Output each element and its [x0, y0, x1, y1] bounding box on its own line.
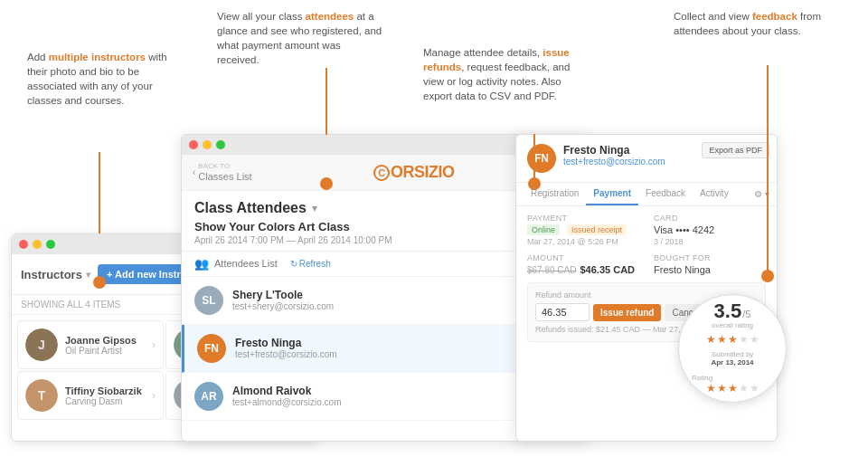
feedback-stars: ★ ★ ★ ★ ★ [706, 333, 760, 346]
instructors-dropdown[interactable]: Instructors ▾ [21, 268, 90, 281]
star2-5: ★ [750, 382, 760, 395]
payment-method-label: Payment [527, 214, 639, 223]
attendee-info-shery: Shery L'Toole test+shery@corsizio.com [232, 289, 542, 311]
attendees-list-icon: 👥 [194, 257, 209, 271]
bought-for-label: Bought for [654, 253, 766, 262]
instructors-label: Instructors [21, 268, 82, 281]
instructors-dropdown-arrow: ▾ [86, 270, 90, 280]
instructor-name-joanne: Joanne Gipsos [65, 335, 145, 346]
payment-online-badge: Online [527, 224, 560, 235]
star-5: ★ [750, 333, 760, 346]
more-icon: ⚙ [754, 189, 762, 199]
titlebar-maximize-dot [46, 240, 55, 249]
rating2-label: Rating [686, 374, 712, 382]
instructor-card-tiffiny[interactable]: T Tiffiny Siobarzik Carving Dasm › [17, 371, 164, 420]
amount-current: $46.35 CAD [580, 264, 635, 275]
refunds-issued-label: Refunds issued [535, 325, 591, 334]
attendees-arrow-dot [320, 177, 333, 190]
attendee-email-fresto: test+fresto@corsizio.com [235, 349, 542, 359]
corsizio-logo: CORSIZIO [373, 163, 455, 182]
attendees-close-dot [189, 140, 198, 149]
instructor-name-tiffiny: Tiffiny Siobarzik [65, 386, 145, 396]
instructor-chevron-tiffiny: › [152, 389, 156, 402]
manage-arrow-dot [528, 177, 541, 190]
submitted-date: Apr 13, 2014 [711, 358, 753, 367]
star2-2: ★ [717, 382, 727, 395]
amount-field: Amount $67.80 CAD $46.35 CAD [527, 253, 639, 275]
attendee-avatar-almond: AR [194, 382, 223, 411]
payment-date: Mar 27, 2014 @ 5:26 PM [527, 237, 639, 246]
star-4: ★ [739, 333, 749, 346]
manage-arrow-line [533, 134, 535, 181]
amount-original: $67.80 CAD [527, 265, 576, 275]
attendees-refresh-label: Refresh [299, 259, 331, 269]
payment-method-row: Payment Online Issued receipt Mar 27, 20… [527, 214, 766, 246]
titlebar-minimize-dot [33, 240, 42, 249]
attendees-callout: View all your class attendees at a glanc… [217, 9, 384, 67]
back-label: BACK TO [198, 162, 251, 171]
star-2: ★ [717, 333, 727, 346]
instructor-card-joanne[interactable]: J Joanne Gipsos Oil Paint Artist › [17, 320, 164, 369]
card-expiry: 3 / 2018 [654, 237, 766, 246]
manage-callout: Manage attendee details, issue refunds, … [423, 45, 590, 103]
attendee-info-almond: Almond Raivok test+almond@corsizio.com [232, 385, 542, 407]
rating-suffix: /5 [742, 309, 750, 319]
star2-3: ★ [728, 382, 738, 395]
star-1: ★ [706, 333, 716, 346]
card-label: Card [654, 214, 766, 223]
back-chevron-icon: ‹ [193, 167, 195, 177]
payment-method-field: Payment Online Issued receipt Mar 27, 20… [527, 214, 639, 246]
attendee-email-shery: test+shery@corsizio.com [232, 301, 542, 311]
instructors-arrow-line [99, 152, 100, 233]
export-pdf-button[interactable]: Export as PDF [702, 142, 769, 158]
tab-feedback[interactable]: Feedback [638, 183, 693, 205]
attendee-name-fresto: Fresto Ninga [235, 337, 542, 349]
feedback-arrow-line [767, 65, 769, 273]
instructor-info-tiffiny: Tiffiny Siobarzik Carving Dasm [65, 386, 145, 406]
page-wrapper: Add multiple instructors with their phot… [0, 0, 868, 457]
star-3: ★ [728, 333, 738, 346]
attendees-refresh-button[interactable]: ↻ Refresh [290, 259, 331, 269]
amount-row: Amount $67.80 CAD $46.35 CAD Bought for … [527, 253, 766, 275]
refund-amount-input[interactable] [535, 303, 590, 321]
bought-for-value: Fresto Ninga [654, 264, 766, 275]
back-link-label: Classes List [198, 171, 251, 183]
attendees-refresh-icon: ↻ [290, 259, 297, 269]
corsizio-c-icon: C [373, 165, 390, 181]
card-field: Card Visa •••• 4242 3 / 2018 [654, 214, 766, 246]
titlebar-close-dot [19, 240, 28, 249]
attendees-arrow-line [326, 68, 327, 135]
bought-for-field: Bought for Fresto Ninga [654, 253, 766, 275]
feedback-stars-2: ★ ★ ★ ★ ★ [706, 382, 760, 395]
instructor-info-joanne: Joanne Gipsos Oil Paint Artist [65, 335, 145, 356]
back-to-classes-link[interactable]: ‹ BACK TO Classes List [193, 162, 252, 183]
attendees-minimize-dot [203, 140, 212, 149]
detail-tabs: Registration Payment Feedback Activity ⚙… [516, 183, 777, 206]
instructor-title-joanne: Oil Paint Artist [65, 346, 145, 356]
star2-1: ★ [706, 382, 716, 395]
feedback-callout: Collect and view feedback from attendees… [674, 9, 832, 38]
instructor-title-tiffiny: Carving Dasm [65, 396, 145, 406]
attendee-avatar-shery: SL [194, 286, 223, 315]
attendee-avatar-fresto: FN [197, 334, 226, 363]
instructor-avatar-joanne: J [25, 328, 58, 361]
attendees-maximize-dot [216, 140, 225, 149]
tab-payment[interactable]: Payment [586, 183, 638, 205]
attendee-info-fresto: Fresto Ninga test+fresto@corsizio.com [235, 337, 542, 359]
instructors-arrow-dot [93, 276, 106, 289]
feedback-arrow-dot [761, 270, 774, 282]
instructor-avatar-tiffiny: T [25, 379, 58, 412]
rating-value: 3.5 [714, 301, 742, 321]
refund-issued-badge: Issued receipt [567, 224, 627, 235]
amount-label: Amount [527, 253, 639, 262]
overall-rating-label: overall rating [712, 321, 753, 329]
tab-activity[interactable]: Activity [693, 183, 736, 205]
instructors-callout: Add multiple instructors with their phot… [27, 50, 176, 108]
issue-refund-button[interactable]: Issue refund [593, 304, 661, 321]
card-value: Visa •••• 4242 [654, 224, 766, 235]
detail-avatar: FN [527, 144, 556, 173]
avatar-circle-joanne: J [25, 328, 58, 361]
feedback-circle: 3.5 /5 overall rating ★ ★ ★ ★ ★ Submitte… [678, 294, 787, 403]
attendees-dropdown-icon: ▾ [312, 202, 317, 214]
star2-4: ★ [739, 382, 749, 395]
